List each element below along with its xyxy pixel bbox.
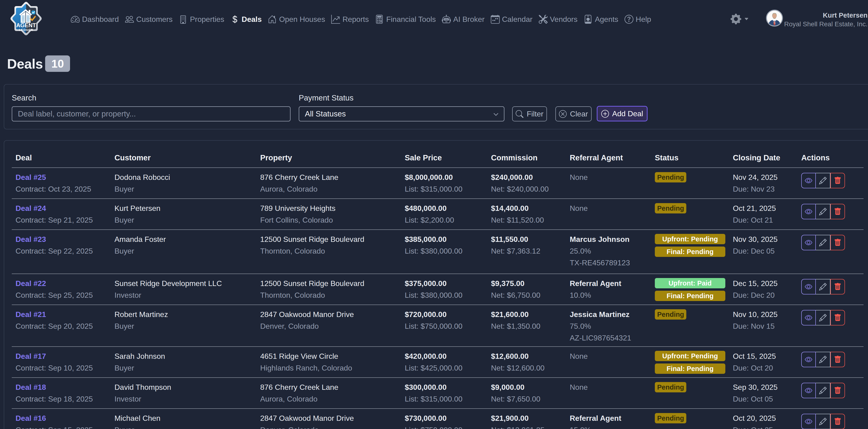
svg-text:LEDGER: LEDGER xyxy=(19,28,33,32)
svg-text:AGENT: AGENT xyxy=(16,22,36,28)
